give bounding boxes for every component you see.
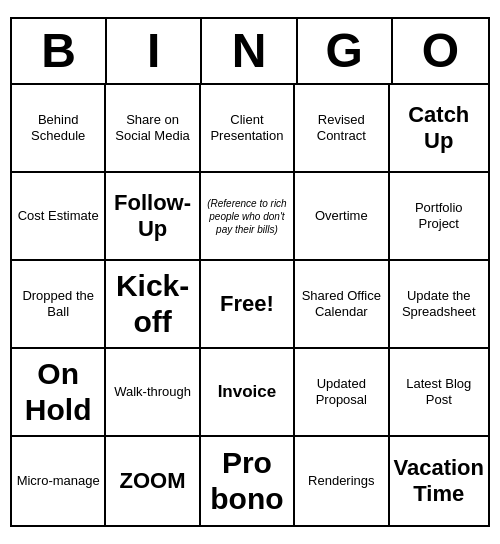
bingo-cell[interactable]: Free! (201, 261, 295, 349)
bingo-cell[interactable]: Vacation Time (390, 437, 488, 525)
bingo-letter: N (202, 19, 297, 83)
bingo-cell[interactable]: Kick-off (106, 261, 200, 349)
bingo-grid: Behind ScheduleShare on Social MediaClie… (12, 85, 488, 525)
bingo-cell[interactable]: Catch Up (390, 85, 488, 173)
cell-text: Catch Up (394, 102, 484, 155)
bingo-cell[interactable]: Latest Blog Post (390, 349, 488, 437)
cell-text: Client Presentation (205, 112, 289, 143)
bingo-cell[interactable]: Dropped the Ball (12, 261, 106, 349)
cell-text: Walk-through (114, 384, 191, 400)
cell-text: Updated Proposal (299, 376, 383, 407)
bingo-letter: O (393, 19, 488, 83)
cell-text: Portfolio Project (394, 200, 484, 231)
bingo-card: BINGO Behind ScheduleShare on Social Med… (10, 17, 490, 527)
cell-text: Vacation Time (394, 455, 484, 508)
bingo-letter: G (298, 19, 393, 83)
bingo-cell[interactable]: Walk-through (106, 349, 200, 437)
bingo-letter: B (12, 19, 107, 83)
bingo-cell[interactable]: Revised Contract (295, 85, 389, 173)
bingo-cell[interactable]: Behind Schedule (12, 85, 106, 173)
bingo-cell[interactable]: Portfolio Project (390, 173, 488, 261)
cell-text: Behind Schedule (16, 112, 100, 143)
cell-text: Latest Blog Post (394, 376, 484, 407)
cell-text: Kick-off (110, 268, 194, 340)
bingo-cell[interactable]: Client Presentation (201, 85, 295, 173)
bingo-cell[interactable]: Follow-Up (106, 173, 200, 261)
cell-text: (Reference to rich people who don't pay … (205, 197, 289, 236)
bingo-cell[interactable]: Update the Spreadsheet (390, 261, 488, 349)
bingo-letter: I (107, 19, 202, 83)
bingo-cell[interactable]: Cost Estimate (12, 173, 106, 261)
bingo-cell[interactable]: Renderings (295, 437, 389, 525)
cell-text: ZOOM (120, 468, 186, 494)
bingo-cell[interactable]: Updated Proposal (295, 349, 389, 437)
bingo-cell[interactable]: Shared Office Calendar (295, 261, 389, 349)
cell-text: Micro-manage (17, 473, 100, 489)
cell-text: Pro bono (205, 445, 289, 517)
cell-text: Shared Office Calendar (299, 288, 383, 319)
bingo-cell[interactable]: (Reference to rich people who don't pay … (201, 173, 295, 261)
cell-text: Update the Spreadsheet (394, 288, 484, 319)
cell-text: On Hold (16, 356, 100, 428)
cell-text: Share on Social Media (110, 112, 194, 143)
cell-text: Renderings (308, 473, 375, 489)
bingo-cell[interactable]: Overtime (295, 173, 389, 261)
cell-text: Free! (220, 291, 274, 317)
bingo-cell[interactable]: Invoice (201, 349, 295, 437)
bingo-header: BINGO (12, 19, 488, 85)
cell-text: Invoice (218, 382, 277, 402)
cell-text: Follow-Up (110, 190, 194, 243)
bingo-cell[interactable]: On Hold (12, 349, 106, 437)
cell-text: Overtime (315, 208, 368, 224)
cell-text: Dropped the Ball (16, 288, 100, 319)
bingo-cell[interactable]: Pro bono (201, 437, 295, 525)
bingo-cell[interactable]: Micro-manage (12, 437, 106, 525)
bingo-cell[interactable]: ZOOM (106, 437, 200, 525)
cell-text: Revised Contract (299, 112, 383, 143)
cell-text: Cost Estimate (18, 208, 99, 224)
bingo-cell[interactable]: Share on Social Media (106, 85, 200, 173)
